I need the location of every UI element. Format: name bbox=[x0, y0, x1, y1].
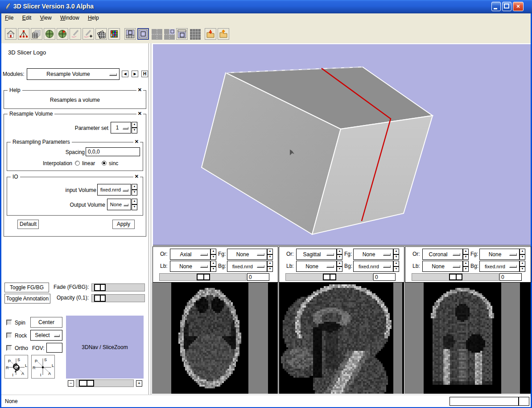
menu-edit[interactable]: Edit bbox=[19, 13, 35, 22]
fiducials-select-button[interactable] bbox=[57, 28, 68, 40]
layout-quad-button[interactable] bbox=[163, 28, 175, 40]
spin-up-icon[interactable]: ▲ bbox=[132, 184, 137, 190]
panel-splitter[interactable] bbox=[148, 43, 151, 395]
axial-slice-image[interactable] bbox=[171, 283, 248, 394]
lb-dropdown[interactable]: None bbox=[296, 261, 337, 272]
parameter-set-spinner[interactable]: ▲▼ bbox=[132, 122, 137, 133]
nav-zoom-slider-handle[interactable] bbox=[79, 380, 94, 387]
bg-spinner[interactable]: ▲▼ bbox=[267, 261, 273, 272]
orientation-dropdown[interactable]: Axial bbox=[170, 249, 210, 260]
spin-up-icon[interactable]: ▲ bbox=[132, 199, 137, 204]
home-button[interactable] bbox=[5, 28, 16, 40]
spin-down-icon[interactable]: ▼ bbox=[132, 204, 137, 210]
output-volume-dropdown[interactable]: None bbox=[107, 199, 131, 210]
input-volume-spinner[interactable]: ▲▼ bbox=[132, 184, 137, 196]
layout-lightbox-button[interactable] bbox=[189, 28, 201, 40]
viewport-3d[interactable] bbox=[153, 44, 531, 246]
menu-help[interactable]: Help bbox=[84, 13, 103, 22]
orientation-spinner[interactable]: ▲▼ bbox=[463, 249, 469, 260]
spin-down-icon[interactable]: ▼ bbox=[132, 190, 137, 196]
modules-dropdown[interactable]: Resample Volume bbox=[27, 68, 120, 80]
radio-sinc[interactable] bbox=[102, 161, 107, 166]
orientation-spinner[interactable]: ▲▼ bbox=[337, 249, 342, 260]
title-bar[interactable]: 3D Slicer Version 3.0 Alpha ✕ bbox=[0, 0, 532, 13]
help-close-icon[interactable]: ✕ bbox=[136, 87, 143, 93]
module-close-icon[interactable]: ✕ bbox=[136, 111, 143, 117]
lb-dropdown[interactable]: None bbox=[170, 261, 210, 272]
sagittal-slice-image[interactable] bbox=[279, 283, 393, 394]
spin-up-icon[interactable]: ▲ bbox=[132, 122, 137, 128]
load-scene-button[interactable] bbox=[218, 28, 229, 40]
apply-button[interactable]: Apply bbox=[112, 220, 135, 229]
colors-button[interactable] bbox=[108, 28, 120, 40]
center-button[interactable]: Center bbox=[30, 317, 62, 328]
module-next-button[interactable]: ▶ bbox=[132, 71, 138, 77]
fiducials-button[interactable] bbox=[44, 28, 55, 40]
slice-offset-slider[interactable] bbox=[285, 273, 373, 281]
orientation-spinner[interactable]: ▲▼ bbox=[210, 249, 216, 260]
pan-axis-widget[interactable]: P S R L I A bbox=[31, 355, 55, 379]
lb-spinner[interactable]: ▲▼ bbox=[463, 261, 469, 272]
lb-spinner[interactable]: ▲▼ bbox=[210, 261, 216, 272]
orientation-dropdown[interactable]: Coronal bbox=[422, 249, 463, 260]
slice-view-axial[interactable] bbox=[152, 283, 278, 394]
fade-slider-handle[interactable] bbox=[94, 284, 106, 291]
fg-spinner[interactable]: ▲▼ bbox=[520, 249, 525, 260]
radio-linear[interactable] bbox=[75, 161, 80, 166]
slice-offset-value[interactable]: 0 bbox=[499, 273, 522, 281]
layout-tabbed-button[interactable] bbox=[176, 28, 188, 40]
module-home-button[interactable]: H bbox=[141, 71, 148, 77]
toggle-fgbg-button[interactable]: Toggle FG/BG bbox=[4, 283, 49, 292]
layout-four-up-button[interactable] bbox=[151, 28, 162, 40]
spin-label[interactable]: Spin bbox=[15, 320, 25, 326]
select-dropdown[interactable]: Select bbox=[30, 330, 62, 341]
input-volume-dropdown[interactable]: fixed.nrrd bbox=[97, 184, 131, 196]
slice-view-coronal[interactable] bbox=[404, 283, 531, 394]
opacity-slider[interactable] bbox=[91, 294, 145, 302]
fg-dropdown[interactable]: None bbox=[227, 249, 267, 260]
fg-dropdown[interactable]: None bbox=[479, 249, 520, 260]
save-scene-button[interactable] bbox=[205, 28, 216, 40]
slice-offset-slider[interactable] bbox=[159, 273, 247, 281]
io-close-icon[interactable]: ✕ bbox=[133, 174, 140, 179]
nav-zoom-in-button[interactable]: + bbox=[136, 380, 142, 387]
minimize-button[interactable] bbox=[491, 2, 501, 11]
ortho-checkbox[interactable] bbox=[6, 345, 12, 351]
layout-conventional-button[interactable] bbox=[124, 28, 136, 40]
close-button[interactable]: ✕ bbox=[513, 2, 524, 11]
slice-offset-handle[interactable] bbox=[323, 274, 336, 280]
spacing-input[interactable] bbox=[86, 147, 140, 156]
nav-slicezoom-panel[interactable]: 3DNav / SliceZoom bbox=[66, 316, 144, 379]
slice-offset-handle[interactable] bbox=[449, 274, 462, 280]
scene-tree-button[interactable] bbox=[18, 28, 29, 40]
ortho-label[interactable]: Ortho bbox=[15, 345, 28, 351]
module-prev-button[interactable]: ◀ bbox=[122, 71, 128, 77]
fg-spinner[interactable]: ▲▼ bbox=[393, 249, 399, 260]
default-button[interactable]: Default bbox=[17, 220, 39, 229]
resampling-close-icon[interactable]: ✕ bbox=[133, 139, 140, 145]
nav-zoom-out-button[interactable]: − bbox=[68, 380, 74, 387]
lb-dropdown[interactable]: None bbox=[422, 261, 463, 272]
spin-checkbox[interactable] bbox=[6, 320, 12, 325]
bg-dropdown[interactable]: fixed.nrrd bbox=[479, 261, 520, 272]
fg-spinner[interactable]: ▲▼ bbox=[267, 249, 273, 260]
toggle-annotation-button[interactable]: Toggle Annotation bbox=[4, 294, 50, 304]
parameter-set-dropdown[interactable]: 1 bbox=[111, 122, 131, 133]
rock-checkbox[interactable] bbox=[6, 333, 12, 338]
radio-sinc-label[interactable]: sinc bbox=[109, 160, 118, 167]
bg-spinner[interactable]: ▲▼ bbox=[393, 261, 399, 272]
menu-window[interactable]: Window bbox=[57, 13, 83, 22]
bg-dropdown[interactable]: fixed.nrrd bbox=[353, 261, 393, 272]
bg-spinner[interactable]: ▲▼ bbox=[520, 261, 525, 272]
spin-down-icon[interactable]: ▼ bbox=[132, 128, 137, 133]
transforms-button[interactable] bbox=[31, 28, 42, 40]
fov-input[interactable] bbox=[46, 343, 62, 353]
slice-offset-value[interactable]: 0 bbox=[247, 273, 269, 281]
editor-add-button[interactable] bbox=[82, 28, 94, 40]
slice-offset-slider[interactable] bbox=[412, 273, 499, 281]
coronal-slice-image[interactable] bbox=[424, 283, 501, 394]
maximize-button[interactable] bbox=[502, 2, 511, 11]
bg-dropdown[interactable]: fixed.nrrd bbox=[227, 261, 267, 272]
slice-offset-handle[interactable] bbox=[197, 274, 210, 280]
orientation-dropdown[interactable]: Sagittal bbox=[296, 249, 337, 260]
